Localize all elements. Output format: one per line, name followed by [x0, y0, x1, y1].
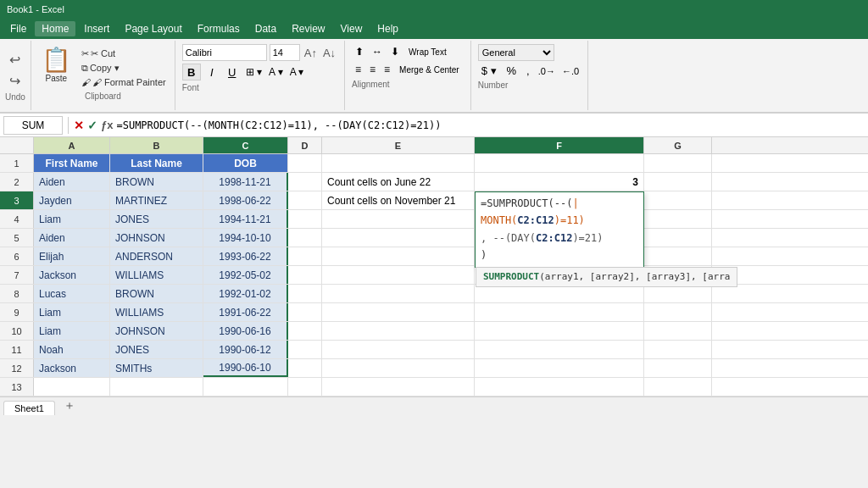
font-color-button[interactable]: A ▾: [287, 65, 307, 79]
align-bottom-button[interactable]: ⬇: [387, 44, 403, 59]
insert-function-icon[interactable]: ƒx: [101, 119, 113, 131]
formula-input[interactable]: [116, 119, 865, 131]
border-button[interactable]: ⊞ ▾: [243, 65, 264, 79]
align-left-button[interactable]: ≡: [352, 62, 364, 77]
cell-E12[interactable]: [322, 359, 475, 377]
cell-G6[interactable]: [644, 247, 712, 265]
cell-A9[interactable]: Liam: [34, 303, 110, 321]
cell-A13[interactable]: [34, 378, 110, 396]
cell-C4[interactable]: 1994-11-21: [203, 210, 288, 228]
cell-B4[interactable]: JONES: [110, 210, 203, 228]
cell-C7[interactable]: 1992-05-02: [203, 266, 288, 284]
cell-B12[interactable]: SMITHs: [110, 359, 203, 377]
cell-C11[interactable]: 1990-06-12: [203, 341, 288, 358]
cell-D9[interactable]: [288, 303, 322, 321]
cell-G5[interactable]: [644, 229, 712, 247]
percent-button[interactable]: %: [504, 64, 520, 78]
align-center-button[interactable]: ≡: [366, 62, 379, 77]
cell-B2[interactable]: BROWN: [110, 173, 203, 191]
cell-C2[interactable]: 1998-11-21: [203, 173, 288, 191]
align-top-button[interactable]: ⬆: [352, 44, 367, 59]
cell-G12[interactable]: [644, 359, 712, 377]
menu-formulas[interactable]: Formulas: [191, 21, 247, 36]
menu-home[interactable]: Home: [35, 21, 75, 36]
name-box[interactable]: [3, 116, 63, 135]
cell-F13[interactable]: [475, 378, 644, 396]
cell-C13[interactable]: [203, 378, 288, 396]
cell-E13[interactable]: [322, 378, 475, 396]
cell-D11[interactable]: [288, 341, 322, 358]
cell-F2[interactable]: 3: [475, 173, 644, 191]
cell-A2[interactable]: Aiden: [34, 173, 110, 191]
cell-B6[interactable]: ANDERSON: [110, 247, 203, 265]
decrease-decimal-button[interactable]: ←.0: [560, 66, 581, 76]
cell-G3[interactable]: [644, 191, 712, 209]
menu-page-layout[interactable]: Page Layout: [118, 21, 188, 36]
number-format-select[interactable]: General: [478, 44, 554, 61]
merge-center-button[interactable]: Merge & Center: [395, 64, 464, 76]
cell-A11[interactable]: Noah: [34, 341, 110, 358]
increase-decimal-button[interactable]: .0→: [537, 66, 557, 76]
cell-D6[interactable]: [288, 247, 322, 265]
cell-B10[interactable]: JOHNSON: [110, 322, 203, 340]
cell-B13[interactable]: [110, 378, 203, 396]
cell-A5[interactable]: Aiden: [34, 229, 110, 247]
cell-D13[interactable]: [288, 378, 322, 396]
cell-D7[interactable]: [288, 266, 322, 284]
menu-file[interactable]: File: [3, 21, 33, 36]
cell-D10[interactable]: [288, 322, 322, 340]
cell-C8[interactable]: 1992-01-02: [203, 285, 288, 302]
add-sheet-button[interactable]: ＋: [57, 396, 82, 415]
cell-F9[interactable]: [475, 303, 644, 321]
cell-F12[interactable]: [475, 359, 644, 377]
cell-E11[interactable]: [322, 341, 475, 358]
bold-button[interactable]: B: [182, 64, 201, 80]
cell-C6[interactable]: 1993-06-22: [203, 247, 288, 265]
cell-E2[interactable]: Count cells on June 22: [322, 173, 475, 191]
copy-button[interactable]: ⧉ Copy ▾: [80, 62, 168, 75]
cell-E6[interactable]: [322, 247, 475, 265]
cell-E8[interactable]: [322, 285, 475, 302]
cell-E5[interactable]: [322, 229, 475, 247]
cancel-formula-icon[interactable]: ✕: [74, 119, 84, 132]
cell-E9[interactable]: [322, 303, 475, 321]
cell-D12[interactable]: [288, 359, 322, 377]
font-size-input[interactable]: [270, 44, 300, 61]
cell-E10[interactable]: [322, 322, 475, 340]
cell-C12[interactable]: 1990-06-10: [203, 359, 288, 377]
align-middle-button[interactable]: ↔: [369, 44, 386, 59]
menu-review[interactable]: Review: [285, 21, 331, 36]
cell-F11[interactable]: [475, 341, 644, 358]
cell-A12[interactable]: Jackson: [34, 359, 110, 377]
cell-B11[interactable]: JONES: [110, 341, 203, 358]
cell-A10[interactable]: Liam: [34, 322, 110, 340]
cell-A1[interactable]: First Name: [34, 154, 110, 172]
cell-D3[interactable]: [288, 191, 322, 209]
menu-view[interactable]: View: [334, 21, 370, 36]
col-header-A[interactable]: A: [34, 137, 110, 153]
cell-C10[interactable]: 1990-06-16: [203, 322, 288, 340]
undo-button[interactable]: ↩: [6, 50, 24, 69]
col-header-E[interactable]: E: [322, 137, 475, 153]
cell-E4[interactable]: [322, 210, 475, 228]
format-painter-button[interactable]: 🖌 🖌 Format Painter: [80, 76, 168, 88]
currency-button[interactable]: $ ▾: [478, 64, 500, 78]
font-name-input[interactable]: [182, 44, 267, 61]
cell-B5[interactable]: JOHNSON: [110, 229, 203, 247]
wrap-text-button[interactable]: Wrap Text: [404, 46, 451, 58]
cell-D8[interactable]: [288, 285, 322, 302]
cell-C5[interactable]: 1994-10-10: [203, 229, 288, 247]
cell-G10[interactable]: [644, 322, 712, 340]
cell-G2[interactable]: [644, 173, 712, 191]
cell-A4[interactable]: Liam: [34, 210, 110, 228]
col-header-D[interactable]: D: [288, 137, 322, 153]
cell-A8[interactable]: Lucas: [34, 285, 110, 302]
align-right-button[interactable]: ≡: [381, 62, 393, 77]
cell-E1[interactable]: [322, 154, 475, 172]
sheet-tab-1[interactable]: Sheet1: [3, 401, 55, 415]
cell-B7[interactable]: WILLIAMS: [110, 266, 203, 284]
cell-B1[interactable]: Last Name: [110, 154, 203, 172]
paste-button[interactable]: 📋 Paste: [38, 44, 75, 85]
cell-F1[interactable]: [475, 154, 644, 172]
cell-E7[interactable]: [322, 266, 475, 284]
